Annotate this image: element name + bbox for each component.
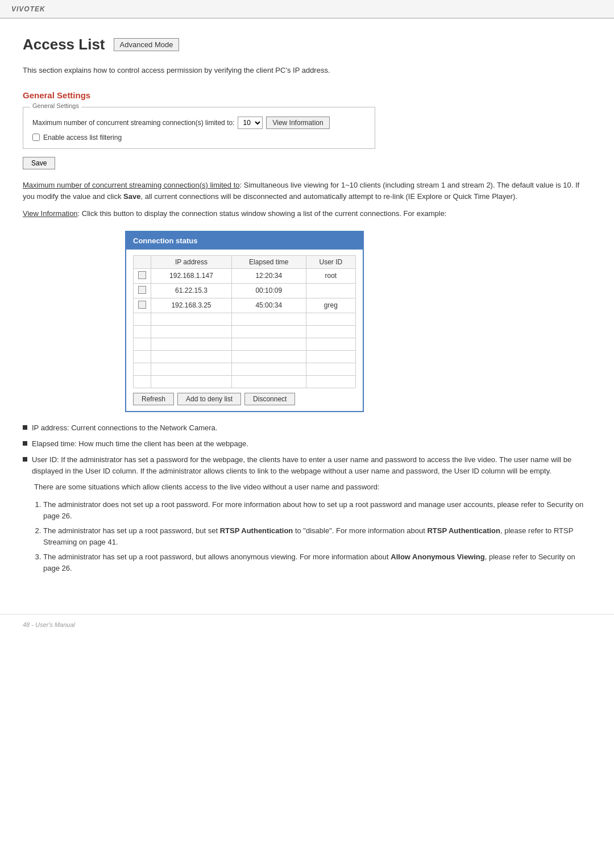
row-ip: 192.168.1.147 [151, 268, 232, 283]
bullet-icon [23, 457, 27, 462]
enable-access-list-row: Enable access list filtering [32, 134, 366, 142]
bullet-elapsed-text: Elapsed time: How much time the client h… [32, 438, 248, 450]
row-checkbox-cell [134, 313, 151, 325]
connection-status-container: Connection status IP address Elapsed tim… [125, 231, 364, 412]
body-para-1: Maximum number of concurrent streaming c… [23, 180, 591, 202]
row-user [306, 283, 355, 298]
row-user [306, 313, 355, 325]
page-title-row: Access List Advanced Mode [23, 36, 591, 53]
table-row [134, 325, 356, 338]
table-row: 192.168.1.14712:20:34root [134, 268, 356, 283]
row-ip: 192.168.3.25 [151, 298, 232, 313]
general-settings-box: General Settings Maximum number of concu… [23, 107, 375, 149]
row-checkbox-cell [134, 375, 151, 388]
table-row [134, 375, 356, 388]
page-description: This section explains how to control acc… [23, 65, 591, 76]
row-checkbox[interactable] [138, 301, 146, 309]
row-elapsed [231, 350, 306, 363]
row-user [306, 350, 355, 363]
row-elapsed [231, 338, 306, 350]
row-ip [151, 350, 232, 363]
row-elapsed [231, 363, 306, 375]
checkbox-col-header [134, 255, 151, 268]
row-checkbox[interactable] [138, 286, 146, 294]
row-elapsed [231, 313, 306, 325]
max-connections-label: Maximum number of concurrent streaming c… [32, 119, 234, 127]
row-checkbox-cell [134, 268, 151, 283]
row-ip [151, 363, 232, 375]
footer: 48 - User's Manual [0, 614, 614, 634]
table-row [134, 363, 356, 375]
save-bold: Save [123, 192, 140, 201]
advanced-mode-button[interactable]: Advanced Mode [114, 38, 180, 51]
save-button[interactable]: Save [23, 157, 55, 169]
row-checkbox-cell [134, 325, 151, 338]
ip-col-header: IP address [151, 255, 232, 268]
bullet-icon [23, 425, 27, 430]
add-to-deny-list-button[interactable]: Add to deny list [177, 393, 241, 405]
userid-col-header: User ID [306, 255, 355, 268]
table-row [134, 338, 356, 350]
row-elapsed: 45:00:34 [231, 298, 306, 313]
bullet-user-id: User ID: If the administrator has set a … [23, 454, 591, 477]
settings-box-title: General Settings [30, 102, 81, 109]
row-checkbox-cell [134, 338, 151, 350]
bullet-elapsed-time: Elapsed time: How much time the client h… [23, 438, 591, 450]
main-content: Access List Advanced Mode This section e… [0, 19, 614, 597]
bullet-icon [23, 441, 27, 446]
enable-access-list-label: Enable access list filtering [43, 134, 122, 142]
bullet-userid-text: User ID: If the administrator has set a … [32, 454, 591, 477]
footer-text: 48 - User's Manual [23, 621, 75, 628]
row-ip [151, 313, 232, 325]
table-row: 192.168.3.2545:00:34greg [134, 298, 356, 313]
body-para-2: View Information: Click this button to d… [23, 208, 591, 219]
row-checkbox-cell [134, 350, 151, 363]
row-user: greg [306, 298, 355, 313]
connection-status-header: Connection status [126, 232, 363, 250]
row-checkbox-cell [134, 283, 151, 298]
elapsed-col-header: Elapsed time [231, 255, 306, 268]
row-user [306, 363, 355, 375]
max-connections-dropdown[interactable]: 1 2 3 4 5 6 7 8 9 10 [238, 117, 263, 129]
row-user [306, 375, 355, 388]
connection-table-buttons: Refresh Add to deny list Disconnect [133, 393, 356, 405]
row-elapsed [231, 375, 306, 388]
vivotek-logo: VIVOTEK [11, 5, 45, 13]
situation-item: The administrator has set up a root pass… [43, 525, 591, 548]
connection-status-box: Connection status IP address Elapsed tim… [125, 231, 364, 412]
table-row [134, 350, 356, 363]
connection-status-body: IP address Elapsed time User ID 192.168.… [126, 250, 363, 411]
row-ip [151, 375, 232, 388]
bullet-ip-address: IP address: Current connections to the N… [23, 422, 591, 434]
situation-item: The administrator has set up a root pass… [43, 551, 591, 574]
max-connections-row: Maximum number of concurrent streaming c… [32, 117, 366, 129]
row-elapsed [231, 325, 306, 338]
row-user: root [306, 268, 355, 283]
row-user [306, 338, 355, 350]
row-user [306, 325, 355, 338]
disconnect-button[interactable]: Disconnect [244, 393, 295, 405]
bullet-ip-text: IP address: Current connections to the N… [32, 422, 217, 434]
situations-intro: There are some situations which allow cl… [34, 481, 591, 493]
situations-list: The administrator does not set up a root… [43, 499, 591, 575]
table-row: 61.22.15.300:10:09 [134, 283, 356, 298]
row-ip: 61.22.15.3 [151, 283, 232, 298]
row-elapsed: 00:10:09 [231, 283, 306, 298]
row-ip [151, 338, 232, 350]
table-row [134, 313, 356, 325]
situation-item: The administrator does not set up a root… [43, 499, 591, 522]
row-checkbox[interactable] [138, 271, 146, 279]
enable-access-list-checkbox[interactable] [32, 134, 40, 141]
view-information-button[interactable]: View Information [266, 117, 329, 129]
row-elapsed: 12:20:34 [231, 268, 306, 283]
header: VIVOTEK [0, 0, 614, 19]
max-connections-link: Maximum number of concurrent streaming c… [23, 181, 239, 189]
row-ip [151, 325, 232, 338]
row-checkbox-cell [134, 363, 151, 375]
view-information-link: View Information [23, 209, 78, 218]
page-title: Access List [23, 36, 105, 53]
connection-table: IP address Elapsed time User ID 192.168.… [133, 255, 356, 388]
refresh-button[interactable]: Refresh [133, 393, 174, 405]
row-checkbox-cell [134, 298, 151, 313]
general-settings-heading: General Settings [23, 90, 591, 100]
